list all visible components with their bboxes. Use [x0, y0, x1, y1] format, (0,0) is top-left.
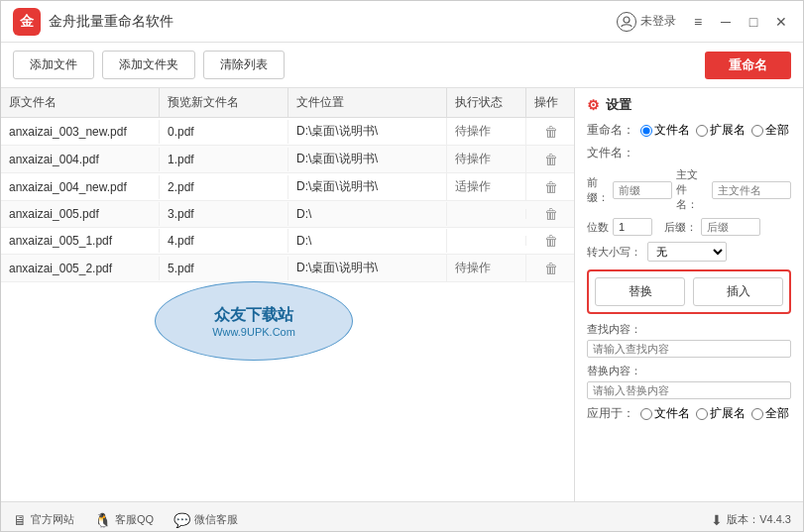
delete-icon[interactable]: 🗑: [544, 233, 558, 249]
cell-status: [447, 209, 526, 219]
prefix-main-row: 前缀： 主文件名：: [587, 167, 791, 212]
cell-action: 🗑: [526, 147, 575, 172]
cell-location: D:\桌面\说明书\: [288, 146, 447, 172]
cell-action: 🗑: [526, 174, 575, 200]
main-filename-input[interactable]: [712, 181, 791, 199]
insert-button[interactable]: 插入: [693, 277, 783, 306]
rename-all-label: 全部: [765, 122, 789, 139]
replace-button[interactable]: 替换: [595, 277, 685, 306]
official-site-label: 官方网站: [31, 512, 74, 527]
cell-status: 待操作: [447, 118, 526, 145]
apply-label: 应用于：: [587, 405, 634, 422]
table-row[interactable]: anxaizai_004_new.pdf 2.pdf D:\桌面\说明书\ 适操…: [1, 173, 574, 201]
maximize-button[interactable]: □: [744, 12, 763, 32]
rename-radio-ext[interactable]: 扩展名: [696, 122, 746, 139]
rename-radio-all[interactable]: 全部: [751, 122, 789, 139]
table-row[interactable]: anxaizai_004.pdf 1.pdf D:\桌面\说明书\ 待操作 🗑: [1, 146, 574, 173]
replace-input[interactable]: [587, 381, 791, 399]
apply-filename-label: 文件名: [654, 405, 690, 422]
col-status: 执行状态: [447, 88, 526, 117]
cell-action: 🗑: [526, 119, 575, 145]
cell-preview: 3.pdf: [160, 202, 288, 226]
user-button[interactable]: 未登录: [617, 12, 676, 32]
prefix-input[interactable]: [613, 181, 672, 199]
replace-content-section: 替换内容：: [587, 364, 791, 399]
minimize-button[interactable]: ─: [716, 12, 736, 32]
qq-icon: 🐧: [94, 512, 111, 528]
digits-label: 位数: [587, 220, 609, 235]
search-label: 查找内容：: [587, 322, 791, 337]
delete-icon[interactable]: 🗑: [544, 206, 558, 222]
rename-radio-group: 文件名 扩展名 全部: [640, 122, 789, 139]
apply-radio-filename[interactable]: 文件名: [640, 405, 690, 422]
cell-location: D:\桌面\说明书\: [288, 118, 447, 145]
main-filename-label: 主文件名：: [676, 167, 708, 212]
search-input[interactable]: [587, 340, 791, 358]
case-select[interactable]: 无 大写 小写: [647, 242, 727, 262]
wechat-label: 微信客服: [194, 512, 238, 527]
cell-original: anxaizai_005.pdf: [1, 202, 160, 226]
footer-right: ⬇ 版本：V4.4.3: [711, 512, 791, 528]
close-button[interactable]: ✕: [771, 12, 791, 32]
apply-ext-label: 扩展名: [710, 405, 746, 422]
cell-location: D:\: [288, 202, 447, 226]
table-row[interactable]: anxaizai_003_new.pdf 0.pdf D:\桌面\说明书\ 待操…: [1, 118, 574, 146]
service-qq-link[interactable]: 🐧 客服QQ: [94, 512, 154, 528]
cell-location: D:\: [288, 229, 447, 253]
col-location: 文件位置: [288, 88, 447, 117]
cell-action: 🗑: [526, 256, 575, 281]
rename-ext-label: 扩展名: [710, 122, 746, 139]
table-header: 原文件名 预览新文件名 文件位置 执行状态 操作: [1, 88, 574, 118]
official-site-link[interactable]: 🖥 官方网站: [13, 512, 74, 528]
cell-status: 待操作: [447, 146, 526, 172]
user-icon: [617, 12, 636, 32]
cell-location: D:\桌面\说明书\: [288, 173, 447, 200]
digits-suffix-row: 位数 后缀：: [587, 218, 791, 236]
digits-input[interactable]: [613, 218, 652, 236]
clear-list-button[interactable]: 清除列表: [203, 51, 285, 79]
settings-panel: ⚙ 设置 重命名： 文件名 扩展名 全部: [575, 88, 803, 501]
title-bar: 金 金舟批量重命名软件 未登录 ≡ ─ □ ✕: [1, 1, 803, 43]
cell-original: anxaizai_005_1.pdf: [1, 229, 160, 253]
rename-button[interactable]: 重命名: [705, 52, 791, 79]
settings-title: 设置: [606, 96, 632, 114]
rename-radio-filename[interactable]: 文件名: [640, 122, 690, 139]
rename-filename-label: 文件名: [654, 122, 690, 139]
table-row[interactable]: anxaizai_005.pdf 3.pdf D:\ 🗑: [1, 201, 574, 228]
action-buttons-group: 替换 插入: [587, 269, 791, 314]
version-label: 版本：V4.4.3: [727, 512, 791, 527]
cell-status: 适操作: [447, 173, 526, 200]
app-title: 金舟批量重命名软件: [49, 13, 173, 31]
delete-icon[interactable]: 🗑: [544, 124, 558, 140]
cell-preview: 0.pdf: [160, 120, 288, 144]
add-file-button[interactable]: 添加文件: [13, 51, 94, 79]
svg-point-0: [624, 17, 630, 23]
apply-radio-ext[interactable]: 扩展名: [696, 405, 746, 422]
table-row[interactable]: anxaizai_005_1.pdf 4.pdf D:\ 🗑: [1, 228, 574, 255]
col-original: 原文件名: [1, 88, 160, 117]
monitor-icon: 🖥: [13, 512, 27, 528]
replace-label: 替换内容：: [587, 364, 791, 378]
window-controls: ≡ ─ □ ✕: [688, 12, 791, 32]
menu-button[interactable]: ≡: [688, 12, 708, 32]
case-row: 转大小写： 无 大写 小写: [587, 242, 791, 262]
title-left: 金 金舟批量重命名软件: [13, 8, 173, 36]
delete-icon[interactable]: 🗑: [544, 152, 558, 167]
delete-icon[interactable]: 🗑: [544, 261, 558, 276]
service-qq-label: 客服QQ: [115, 512, 154, 527]
wechat-link[interactable]: 💬 微信客服: [173, 512, 238, 528]
footer: 🖥 官方网站 🐧 客服QQ 💬 微信客服 ⬇ 版本：V4.4.3: [1, 501, 803, 532]
main-content: 原文件名 预览新文件名 文件位置 执行状态 操作 anxaizai_003_ne…: [1, 88, 803, 501]
delete-icon[interactable]: 🗑: [544, 179, 558, 195]
suffix-input[interactable]: [701, 218, 760, 236]
apply-radio-all[interactable]: 全部: [751, 405, 789, 422]
filename-label: 文件名：: [587, 145, 634, 161]
cell-preview: 5.pdf: [160, 257, 288, 280]
table-row[interactable]: anxaizai_005_2.pdf 5.pdf D:\桌面\说明书\ 待操作 …: [1, 255, 574, 282]
add-folder-button[interactable]: 添加文件夹: [102, 51, 195, 79]
apply-row: 应用于： 文件名 扩展名 全部: [587, 405, 791, 422]
cell-original: anxaizai_004.pdf: [1, 148, 160, 171]
app-icon: 金: [13, 8, 41, 36]
cell-action: 🗑: [526, 228, 575, 254]
cell-original: anxaizai_004_new.pdf: [1, 175, 160, 199]
